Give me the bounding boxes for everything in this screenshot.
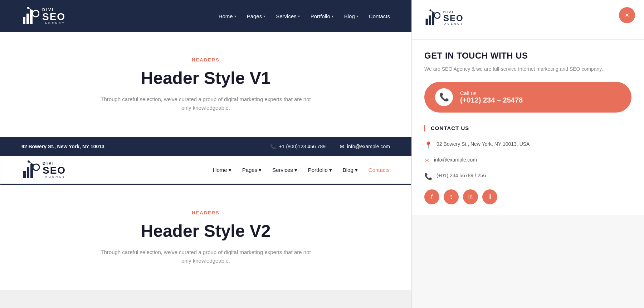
svg-point-11 bbox=[28, 160, 30, 163]
call-number: (+012) 234 – 25478 bbox=[460, 96, 523, 104]
nav-v2-portfolio[interactable]: Portfolio ▾ bbox=[308, 167, 332, 173]
nav-item-contacts[interactable]: Contacts bbox=[369, 13, 390, 19]
svg-rect-13 bbox=[429, 15, 431, 25]
hero-v2-label: HEADERS bbox=[21, 210, 390, 215]
nav-v2-contacts[interactable]: Contacts bbox=[369, 167, 390, 173]
logo-v2[interactable]: DIVI SEO AGENCY bbox=[22, 160, 66, 180]
nav-v2-blog[interactable]: Blog ▾ bbox=[343, 167, 358, 173]
hero-v2-section: HEADERS Header Style V2 Through careful … bbox=[0, 185, 411, 290]
hero-v2-title: Header Style V2 bbox=[21, 221, 390, 241]
svg-rect-8 bbox=[30, 164, 33, 178]
panel-logo-seo: SEO bbox=[443, 14, 464, 23]
panel-body: GET IN TOUCH WITH US We are SEO Agency &… bbox=[412, 40, 644, 215]
social-linkedin[interactable]: li bbox=[482, 189, 497, 204]
hero-v1-label: HEADERS bbox=[21, 57, 390, 63]
nav-item-home[interactable]: Home ▾ bbox=[219, 13, 236, 19]
svg-point-15 bbox=[434, 13, 440, 18]
main-content: DIVI SEO AGENCY Home ▾ Pages ▾ Services … bbox=[0, 0, 411, 308]
svg-rect-14 bbox=[432, 12, 434, 25]
location-icon: 📍 bbox=[424, 141, 432, 149]
nav-menu-v2: Home ▾ Pages ▾ Services ▾ Portfolio ▾ Bl… bbox=[213, 167, 390, 173]
call-phone-icon: 📞 bbox=[435, 88, 453, 106]
close-button[interactable]: × bbox=[619, 7, 635, 23]
contact-phone-icon: 📞 bbox=[424, 173, 432, 180]
hero-v1-description: Through careful selection, we've curated… bbox=[98, 95, 313, 112]
hero-v1-title: Header Style V1 bbox=[21, 68, 390, 88]
contact-section: CONTACT US bbox=[424, 125, 631, 131]
info-phone: 📞 +1 (800)123 456 789 bbox=[270, 144, 326, 149]
contact-email-item: ✉ info@example.com bbox=[424, 156, 631, 165]
contact-phone: (+01) 234 56789 / 256 bbox=[436, 172, 486, 179]
phone-icon: 📞 bbox=[270, 144, 276, 149]
contact-email-icon: ✉ bbox=[424, 157, 430, 165]
logo-seo-v2: SEO bbox=[43, 165, 66, 175]
logo-agency: AGENCY bbox=[42, 22, 65, 25]
right-panel: DIVI SEO AGENCY × GET IN TOUCH WITH US W… bbox=[411, 0, 644, 308]
hero-v2-description: Through careful selection, we've curated… bbox=[98, 248, 313, 265]
panel-logo-text: DIVI SEO AGENCY bbox=[443, 11, 464, 25]
svg-point-3 bbox=[33, 10, 39, 17]
svg-rect-2 bbox=[30, 10, 33, 24]
nav-v2-home[interactable]: Home ▾ bbox=[213, 167, 231, 173]
svg-point-5 bbox=[27, 7, 29, 9]
email-icon: ✉ bbox=[340, 144, 344, 149]
svg-point-9 bbox=[33, 164, 39, 170]
contact-address-item: 📍 92 Bowery St., New York, NY 10013, USA bbox=[424, 140, 631, 149]
svg-point-17 bbox=[429, 9, 431, 11]
logo-text-v2: DIVI SEO AGENCY bbox=[43, 162, 66, 178]
social-facebook[interactable]: f bbox=[424, 189, 439, 204]
call-btn-text: Call us (+012) 234 – 25478 bbox=[460, 90, 523, 104]
nav-v2-pages[interactable]: Pages ▾ bbox=[242, 167, 262, 173]
logo-agency-v2: AGENCY bbox=[43, 175, 66, 178]
nav-menu-v1: Home ▾ Pages ▾ Services ▾ Portfolio ▾ Bl… bbox=[219, 13, 390, 19]
social-row: f t in li bbox=[424, 189, 631, 204]
social-twitter[interactable]: t bbox=[444, 189, 459, 204]
svg-rect-1 bbox=[26, 14, 29, 24]
header-v1-nav: DIVI SEO AGENCY Home ▾ Pages ▾ Services … bbox=[0, 0, 411, 32]
logo-seo: SEO bbox=[42, 12, 65, 22]
nav-item-portfolio[interactable]: Portfolio ▾ bbox=[311, 13, 333, 19]
logo-icon-v2 bbox=[22, 160, 40, 180]
header-v2-wrapper: DIVI SEO AGENCY Home ▾ Pages ▾ Services … bbox=[0, 156, 411, 185]
hero-v1-section: HEADERS Header Style V1 Through careful … bbox=[0, 32, 411, 137]
contact-heading: CONTACT US bbox=[431, 125, 469, 131]
nav-item-blog[interactable]: Blog ▾ bbox=[344, 13, 358, 19]
logo-text-v1: DIVI SEO AGENCY bbox=[42, 8, 65, 25]
contact-email: info@example.com bbox=[434, 156, 477, 164]
info-email: ✉ info@example.com bbox=[340, 144, 390, 149]
call-button[interactable]: 📞 Call us (+012) 234 – 25478 bbox=[424, 82, 631, 113]
info-address: 92 Bowery St., New York, NY 10013 bbox=[21, 144, 104, 149]
nav-item-pages[interactable]: Pages ▾ bbox=[247, 13, 265, 19]
nav-item-services[interactable]: Services ▾ bbox=[276, 13, 300, 19]
contact-address: 92 Bowery St., New York, NY 10013, USA bbox=[436, 140, 530, 148]
panel-header: DIVI SEO AGENCY × bbox=[412, 0, 644, 40]
nav-v2-services[interactable]: Services ▾ bbox=[272, 167, 297, 173]
panel-logo: DIVI SEO AGENCY bbox=[424, 9, 631, 27]
logo-icon-v1 bbox=[21, 6, 39, 26]
svg-rect-7 bbox=[27, 167, 29, 178]
social-instagram[interactable]: in bbox=[463, 189, 478, 204]
svg-rect-0 bbox=[23, 17, 25, 24]
panel-logo-agency: AGENCY bbox=[443, 23, 464, 25]
header-v2-nav: DIVI SEO AGENCY Home ▾ Pages ▾ Services … bbox=[0, 156, 411, 185]
panel-title: GET IN TOUCH WITH US bbox=[424, 51, 631, 61]
call-label: Call us bbox=[460, 90, 523, 96]
panel-subtitle: We are SEO Agency & we are full-service … bbox=[424, 65, 631, 73]
logo-v1[interactable]: DIVI SEO AGENCY bbox=[21, 6, 65, 26]
svg-rect-12 bbox=[426, 19, 428, 25]
svg-rect-6 bbox=[23, 171, 26, 178]
info-bar: 92 Bowery St., New York, NY 10013 📞 +1 (… bbox=[0, 137, 411, 156]
contact-phone-item: 📞 (+01) 234 56789 / 256 bbox=[424, 172, 631, 180]
panel-logo-icon bbox=[424, 9, 440, 27]
